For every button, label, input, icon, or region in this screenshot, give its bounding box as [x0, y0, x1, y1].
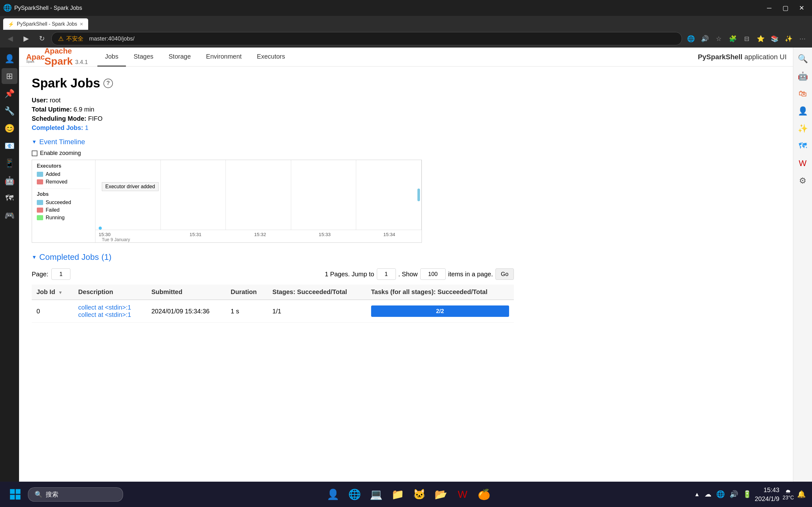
- nav-link-stages[interactable]: Stages: [126, 48, 161, 66]
- sidebar-icon-account[interactable]: 👤: [2, 51, 17, 66]
- title-bar-title: PySparkShell - Spark Jobs: [14, 5, 82, 11]
- items-input[interactable]: [420, 268, 446, 280]
- close-button[interactable]: ✕: [794, 2, 809, 14]
- tray-expand-icon[interactable]: ▲: [694, 491, 700, 498]
- split-screen-button[interactable]: ⊟: [741, 33, 752, 44]
- table-body: 0 collect at <stdin>:1 collect at <stdin…: [32, 300, 514, 323]
- right-icon-profile[interactable]: 👤: [795, 103, 811, 119]
- taskbar-center: 👤 🌐 💻 📁 🐱 📂 W 🍊: [123, 486, 694, 503]
- search-label: 搜索: [46, 490, 58, 499]
- read-aloud-button[interactable]: 🔊: [699, 33, 711, 44]
- clock[interactable]: 15:43 2024/1/9: [755, 486, 779, 503]
- timeline-start-dot: [99, 227, 102, 230]
- help-icon[interactable]: ?: [103, 78, 113, 88]
- spark-brand: Apache: [44, 48, 72, 55]
- sidebar-icon-edge-copilot[interactable]: 🤖: [2, 173, 17, 188]
- taskbar-app-files[interactable]: 📁: [388, 486, 407, 503]
- page-input[interactable]: [51, 268, 70, 280]
- pagination-right: 1 Pages. Jump to . Show items in a page.…: [325, 268, 514, 280]
- spark-logo-svg: Apache Spark: [26, 51, 44, 63]
- wps-icon: W: [458, 489, 467, 500]
- tray-battery-icon[interactable]: 🔋: [743, 490, 751, 498]
- taskbar-app-proxy[interactable]: 🐱: [410, 486, 429, 503]
- back-button[interactable]: ◀: [4, 32, 16, 45]
- weather-widget[interactable]: 🌧 23°C: [782, 488, 794, 501]
- maximize-button[interactable]: ▢: [778, 2, 793, 14]
- right-icon-copilot[interactable]: 🤖: [795, 68, 811, 84]
- completed-jobs-header[interactable]: ▼ Completed Jobs (1): [32, 252, 514, 262]
- taskbar-search[interactable]: 🔍 搜索: [28, 487, 123, 502]
- td-submitted: 2024/01/09 15:34:36: [147, 300, 226, 323]
- pages-info: 1 Pages. Jump to: [325, 271, 374, 278]
- edge-icon: 🌐: [348, 488, 361, 500]
- right-icon-wps[interactable]: W: [795, 155, 811, 171]
- jump-input[interactable]: [377, 268, 396, 280]
- refresh-button[interactable]: ↻: [36, 32, 48, 45]
- enable-zoom-label: Enable zooming: [40, 150, 81, 157]
- browser-extension-button[interactable]: 🧩: [727, 33, 739, 44]
- forward-button[interactable]: ▶: [20, 32, 32, 45]
- th-job-id[interactable]: Job Id ▼: [32, 285, 73, 300]
- td-duration: 1 s: [226, 300, 267, 323]
- tab-spark-jobs[interactable]: ⚡ PySparkShell - Spark Jobs ✕: [3, 18, 88, 30]
- tray-volume-icon[interactable]: 🔊: [729, 490, 738, 498]
- copilot-button[interactable]: ✨: [783, 33, 794, 44]
- translate-button[interactable]: 🌐: [685, 33, 697, 44]
- sidebar-icon-pin[interactable]: 📌: [2, 86, 17, 101]
- executor-tooltip: Executor driver added: [102, 182, 159, 191]
- timeline-scroll-indicator[interactable]: [417, 188, 420, 201]
- right-icon-maps[interactable]: 🗺: [795, 138, 811, 154]
- sort-icon: ▼: [58, 290, 62, 295]
- notification-icon[interactable]: 🔔: [797, 490, 806, 498]
- tray-network-icon[interactable]: 🌐: [716, 490, 725, 498]
- favorites-button[interactable]: ☆: [713, 33, 724, 44]
- taskbar-app-avatar[interactable]: 👤: [323, 486, 343, 503]
- description-link-2[interactable]: collect at <stdin>:1: [78, 311, 131, 318]
- help-symbol: ?: [106, 80, 110, 87]
- address-input[interactable]: ⚠ 不安全 master:4040/jobs/: [51, 32, 682, 45]
- minimize-button[interactable]: ─: [762, 2, 776, 14]
- sidebar-icon-tabs[interactable]: ⊞: [2, 68, 17, 84]
- sidebar-icon-emoji[interactable]: 😊: [2, 120, 17, 136]
- sidebar-icon-outlook[interactable]: 📧: [2, 138, 17, 154]
- completed-jobs-section: ▼ Completed Jobs (1) Page: 1 Pages. Ju: [32, 252, 514, 323]
- spark-page[interactable]: Apache Spark Apache Spark 3.4.1: [19, 48, 793, 507]
- nav-link-executors[interactable]: Executors: [249, 48, 293, 66]
- event-timeline-header[interactable]: ▼ Event Timeline: [32, 138, 514, 146]
- collections-button[interactable]: 📚: [769, 33, 780, 44]
- sidebar-icon-tools[interactable]: 🔧: [2, 103, 17, 119]
- sidebar-icon-map[interactable]: 🗺: [2, 190, 17, 206]
- timeline-col-3: [291, 160, 357, 230]
- tab-close-button[interactable]: ✕: [80, 21, 84, 26]
- right-icon-settings[interactable]: ⚙: [795, 173, 811, 188]
- clock-date: 2024/1/9: [755, 494, 779, 503]
- nav-link-storage[interactable]: Storage: [161, 48, 199, 66]
- nav-link-jobs[interactable]: Jobs: [97, 48, 126, 66]
- taskbar-app-wps[interactable]: W: [453, 486, 472, 503]
- sidebar-icon-games[interactable]: 🎮: [2, 208, 17, 223]
- description-link[interactable]: collect at <stdin>:1: [78, 304, 131, 311]
- time-label-0: 15:30: [99, 232, 163, 237]
- right-sidebar: 🔍 🤖 🛍 👤 ✨ 🗺 W ⚙: [793, 48, 812, 507]
- taskbar-app-edge[interactable]: 🌐: [345, 486, 364, 503]
- right-icon-edge-copilot2[interactable]: ✨: [795, 120, 811, 136]
- nav-link-environment[interactable]: Environment: [199, 48, 249, 66]
- enable-zoom-checkbox[interactable]: [32, 151, 38, 156]
- added-label: Added: [46, 171, 60, 177]
- more-button[interactable]: ⋯: [797, 33, 808, 44]
- timeline-col-4: [356, 160, 421, 230]
- taskbar-app-game[interactable]: 🍊: [474, 486, 494, 503]
- completed-value: 1: [85, 124, 89, 131]
- go-button[interactable]: Go: [496, 268, 514, 280]
- sidebar-icon-apps[interactable]: 📱: [2, 155, 17, 171]
- windows-icon: [9, 489, 21, 500]
- right-icon-search[interactable]: 🔍: [795, 51, 811, 66]
- start-button[interactable]: [6, 486, 24, 503]
- taskbar-app-folder[interactable]: 📂: [432, 486, 450, 503]
- favorites-bar-button[interactable]: ⭐: [755, 33, 766, 44]
- tray-cloud-icon[interactable]: ☁: [705, 490, 711, 498]
- right-icon-shopping[interactable]: 🛍: [795, 86, 811, 101]
- taskbar-app-vm[interactable]: 💻: [367, 486, 386, 503]
- axis-label-1: 15:31: [163, 232, 228, 242]
- completed-jobs-link[interactable]: Completed Jobs: 1: [32, 124, 89, 131]
